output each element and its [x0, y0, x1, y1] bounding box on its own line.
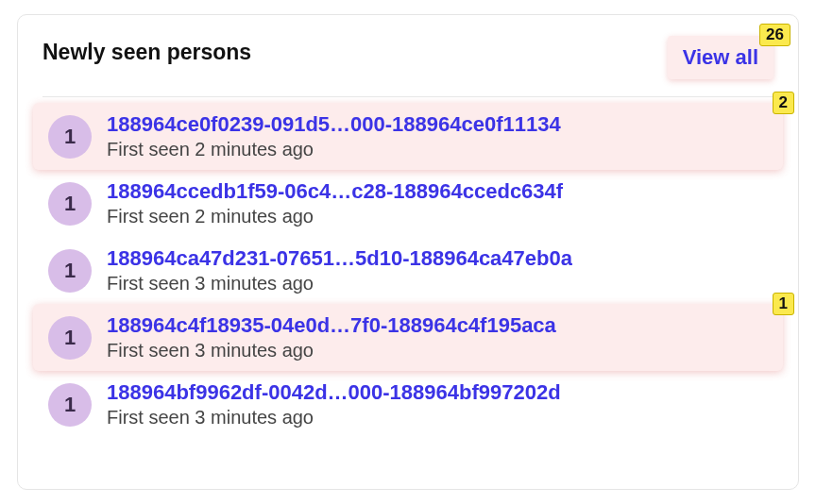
avatar: 1: [48, 316, 92, 360]
person-row[interactable]: 1 188964bf9962df-0042d…000-188964bf99720…: [42, 371, 774, 438]
view-all-badge: 26: [759, 24, 790, 46]
person-row[interactable]: 1 188964ccedb1f59-06c4…c28-188964ccedc63…: [42, 170, 774, 237]
person-text: 188964ca47d231-07651…5d10-188964ca47eb0a…: [107, 246, 572, 294]
person-id-link[interactable]: 188964bf9962df-0042d…000-188964bf997202d: [107, 380, 561, 405]
person-first-seen: First seen 3 minutes ago: [107, 273, 572, 294]
avatar: 1: [48, 383, 92, 427]
person-row[interactable]: 1 188964ca47d231-07651…5d10-188964ca47eb…: [42, 237, 774, 304]
avatar: 1: [48, 115, 92, 159]
person-text: 188964bf9962df-0042d…000-188964bf997202d…: [107, 380, 561, 428]
view-all-link[interactable]: View all: [668, 36, 774, 79]
person-text: 188964ce0f0239-091d5…000-188964ce0f11134…: [107, 112, 561, 160]
person-first-seen: First seen 2 minutes ago: [107, 206, 563, 227]
person-id-link[interactable]: 188964ca47d231-07651…5d10-188964ca47eb0a: [107, 246, 572, 271]
view-all-wrap: View all 26: [668, 36, 774, 79]
row-badge: 1: [773, 293, 794, 315]
person-row[interactable]: 1 1 188964c4f18935-04e0d…7f0-188964c4f19…: [33, 304, 783, 371]
newly-seen-persons-card: Newly seen persons View all 26 2 1 18896…: [17, 14, 799, 490]
person-text: 188964c4f18935-04e0d…7f0-188964c4f195aca…: [107, 313, 556, 361]
card-title: Newly seen persons: [42, 40, 251, 65]
avatar: 1: [48, 249, 92, 293]
person-id-link[interactable]: 188964ccedb1f59-06c4…c28-188964ccedc634f: [107, 179, 563, 204]
persons-list: 2 1 188964ce0f0239-091d5…000-188964ce0f1…: [42, 103, 774, 438]
row-badge: 2: [773, 92, 794, 114]
person-id-link[interactable]: 188964c4f18935-04e0d…7f0-188964c4f195aca: [107, 313, 556, 338]
person-first-seen: First seen 2 minutes ago: [107, 139, 561, 160]
person-id-link[interactable]: 188964ce0f0239-091d5…000-188964ce0f11134: [107, 112, 561, 137]
divider: [42, 96, 774, 97]
person-first-seen: First seen 3 minutes ago: [107, 407, 561, 428]
person-text: 188964ccedb1f59-06c4…c28-188964ccedc634f…: [107, 179, 563, 227]
person-row[interactable]: 2 1 188964ce0f0239-091d5…000-188964ce0f1…: [33, 103, 783, 170]
person-first-seen: First seen 3 minutes ago: [107, 340, 556, 361]
avatar: 1: [48, 182, 92, 226]
card-header: Newly seen persons View all 26: [42, 40, 774, 79]
